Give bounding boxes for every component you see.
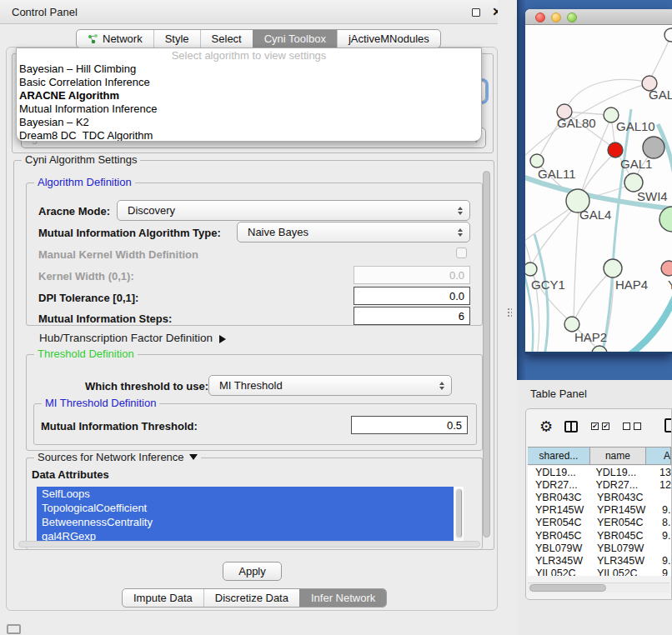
table-row[interactable]: YIL052CYIL052C9 <box>528 568 671 577</box>
cell-value: 12 <box>645 478 671 491</box>
node-SWI4[interactable] <box>659 207 672 232</box>
cell-name: YDL19... <box>589 466 645 478</box>
hub-definition-label: Hub/Transcription Factor Definition <box>39 332 213 344</box>
cell-name: YDR27... <box>589 478 645 491</box>
table-row[interactable]: YBL079WYBL079W <box>528 542 671 554</box>
which-threshold-combo[interactable]: MI Threshold <box>208 375 452 396</box>
manual-kernel-checkbox[interactable] <box>456 248 467 258</box>
control-panel-title: Control Panel <box>12 6 78 18</box>
column-header-partial[interactable]: A <box>646 448 671 464</box>
list-item[interactable]: SelfLoops <box>37 487 454 501</box>
column-header-name[interactable]: name <box>590 448 646 464</box>
select-all-checkbox-icon[interactable] <box>602 422 609 430</box>
cell-value: 13 <box>645 466 671 478</box>
deselect-all-checkbox-icon[interactable] <box>623 422 630 430</box>
tab-cyni-toolbox[interactable]: Cyni Toolbox <box>253 30 337 48</box>
table-row[interactable]: YLR345WYLR345W9. <box>528 554 671 567</box>
apply-button[interactable]: Apply <box>223 562 282 581</box>
collapsed-panel-icon[interactable] <box>7 624 21 634</box>
table-mode-icon[interactable] <box>664 418 672 432</box>
cell-value <box>648 542 671 554</box>
control-panel: Control Panel ✕ Network Style Select Cyn… <box>0 0 517 635</box>
aracne-mode-value: Discovery <box>128 204 175 217</box>
table-row[interactable]: YER054CYER054C8. <box>528 517 671 529</box>
settings-horizontal-scrollbar[interactable] <box>18 541 480 548</box>
cyni-settings-legend: Cyni Algorithm Settings <box>22 153 140 166</box>
traffic-light-close-icon[interactable] <box>535 12 545 22</box>
cell-name: YER054C <box>591 517 648 529</box>
popup-item[interactable]: Bayesian – K2 <box>17 116 481 129</box>
cell-name: YPR145W <box>591 504 648 517</box>
popup-item[interactable]: Bayesian – Hill Climbing <box>17 62 481 76</box>
list-item[interactable]: TopologicalCoefficient <box>37 501 454 515</box>
sources-legend: Sources for Network Inference <box>38 451 184 463</box>
tab-jactivemnodules-label: jActiveMNodules <box>349 32 429 45</box>
tab-cyni-toolbox-label: Cyni Toolbox <box>264 32 326 45</box>
threshold-definition-group: Threshold Definition Which threshold to … <box>26 354 483 451</box>
table-horizontal-scrollbar[interactable] <box>528 582 669 592</box>
sources-group: Sources for Network Inference Data Attri… <box>26 458 483 549</box>
traffic-light-zoom-icon[interactable] <box>567 12 577 22</box>
node-gray[interactable] <box>643 137 664 158</box>
split-columns-icon[interactable] <box>564 421 578 432</box>
table-body: YDL19...YDL19...13 YDR27...YDR27...12 YB… <box>528 466 671 576</box>
table-row[interactable]: YDL19...YDL19...13 <box>528 466 671 478</box>
float-window-icon[interactable] <box>472 8 480 17</box>
cell-value: 9. <box>648 554 671 567</box>
column-header-shared-name[interactable]: shared... <box>528 448 590 464</box>
tab-discretize-data[interactable]: Discretize Data <box>203 589 299 607</box>
deselect-all-checkbox-icon[interactable] <box>634 422 641 430</box>
node-label: HAP2 <box>574 330 607 344</box>
tab-network[interactable]: Network <box>77 30 153 48</box>
node-label: GCY1 <box>531 278 565 292</box>
popup-item-selected[interactable]: ARACNE Algorithm <box>17 89 481 102</box>
select-all-checkbox-icon[interactable] <box>591 422 599 430</box>
hub-definition-disclosure[interactable]: Hub/Transcription Factor Definition <box>39 332 226 344</box>
algorithm-definition-legend: Algorithm Definition <box>34 176 135 188</box>
kernel-width-input[interactable]: 0.0 <box>354 266 470 284</box>
node-HAP4[interactable] <box>604 259 622 278</box>
panel-splitter[interactable] <box>498 0 517 635</box>
node-Y-partial[interactable] <box>661 261 672 276</box>
popup-item[interactable]: Dream8 DC_TDC Algorithm <box>17 129 481 142</box>
table-row[interactable]: YPR145WYPR145W9. <box>528 504 671 517</box>
threshold-definition-legend: Threshold Definition <box>34 348 138 360</box>
node-red-selected[interactable] <box>608 142 623 158</box>
mi-threshold-label: Mutual Information Threshold: <box>41 420 198 432</box>
tab-infer-network[interactable]: Infer Network <box>299 589 386 607</box>
tab-style[interactable]: Style <box>153 30 200 48</box>
list-item[interactable]: BetweennessCentrality <box>37 515 454 529</box>
list-vertical-scrollbar[interactable] <box>455 488 463 540</box>
sources-legend-row[interactable]: Sources for Network Inference <box>34 451 201 463</box>
tab-select[interactable]: Select <box>200 30 253 48</box>
dpi-tolerance-input[interactable]: 0.0 <box>354 287 470 305</box>
table-row[interactable]: YDR27...YDR27...12 <box>528 478 671 491</box>
traffic-light-minimize-icon[interactable] <box>551 12 561 22</box>
gear-icon[interactable]: ⚙ <box>539 419 553 434</box>
algorithm-dropdown-popup: Select algorithm to view settings Bayesi… <box>16 48 482 142</box>
popup-item[interactable]: Mutual Information Inference <box>17 102 481 116</box>
algorithm-definition-group: Algorithm Definition Aracne Mode: Discov… <box>26 182 483 326</box>
node-unlabeled-top[interactable] <box>664 28 672 42</box>
table-row[interactable]: YBR043CYBR043C <box>528 491 671 503</box>
aracne-mode-combo[interactable]: Discovery <box>117 200 470 221</box>
table-row[interactable]: YBR045CYBR045C9. <box>528 529 671 542</box>
tab-impute-data[interactable]: Impute Data <box>123 589 203 607</box>
node-GAL11[interactable] <box>530 154 544 168</box>
tab-jactivemnodules[interactable]: jActiveMNodules <box>337 30 440 48</box>
node-GCY1[interactable] <box>525 262 537 276</box>
cell-value: 9 <box>648 568 671 577</box>
network-canvas[interactable]: GAL GAL80 GAL10 GAL11 GAL1 GAL4 SWI4 GCY… <box>525 25 672 352</box>
network-window-titlebar[interactable] <box>525 9 672 25</box>
top-tab-bar: Network Style Select Cyni Toolbox jActiv… <box>76 29 441 48</box>
mi-steps-label: Mutual Information Steps: <box>38 312 172 325</box>
node-label: Y <box>668 278 672 292</box>
mi-steps-input[interactable]: 6 <box>354 307 470 325</box>
mi-threshold-input[interactable]: 0.5 <box>351 416 468 434</box>
node-label: GAL1 <box>620 157 652 171</box>
settings-vertical-scrollbar[interactable] <box>483 171 491 538</box>
tab-network-label: Network <box>103 32 143 45</box>
mi-type-combo[interactable]: Naive Bayes <box>237 222 470 242</box>
popup-item[interactable]: Basic Correlation Inference <box>17 76 481 89</box>
cell-name: YBL079W <box>591 542 648 554</box>
